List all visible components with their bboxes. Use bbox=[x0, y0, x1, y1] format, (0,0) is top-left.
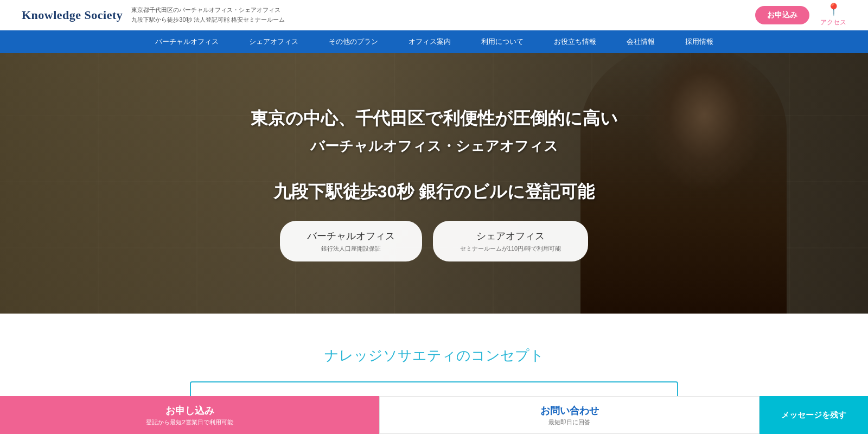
hero-title-sub: バーチャルオフィス・シェアオフィス bbox=[251, 136, 618, 157]
bottom-contact-sub: 最短即日に回答 bbox=[548, 418, 590, 426]
bottom-bar: お申し込み 登記から最短2営業日で利用可能 お問い合わせ 最短即日に回答 メッセ… bbox=[0, 396, 868, 434]
logo[interactable]: Knowledge Society bbox=[22, 8, 123, 22]
bottom-message-button[interactable]: メッセージを残す bbox=[760, 396, 868, 434]
site-header: Knowledge Society 東京都千代田区のバーチャルオフィス・シェアオ… bbox=[0, 0, 868, 30]
hero-btn2-sub: セミナールームが110円/時で利用可能 bbox=[460, 245, 561, 253]
hero-title-extra: 九段下駅徒歩30秒 銀行のビルに登記可能 bbox=[251, 178, 618, 205]
hero-share-office-button[interactable]: シェアオフィス セミナールームが110円/時で利用可能 bbox=[433, 221, 588, 261]
bottom-message-label: メッセージを残す bbox=[781, 410, 846, 420]
nav-company[interactable]: 会社情報 bbox=[611, 30, 670, 53]
hero-title-main: 東京の中心、千代田区で利便性が圧倒的に高い bbox=[251, 105, 618, 131]
access-button[interactable]: 📍 アクセス bbox=[820, 3, 846, 27]
bottom-apply-button[interactable]: お申し込み 登記から最短2営業日で利用可能 bbox=[0, 396, 379, 434]
nav-other-plans[interactable]: その他のプラン bbox=[314, 30, 393, 53]
hero-btn1-title: バーチャルオフィス bbox=[307, 229, 395, 242]
header-left: Knowledge Society 東京都千代田区のバーチャルオフィス・シェアオ… bbox=[22, 5, 285, 24]
pin-icon: 📍 bbox=[826, 3, 841, 17]
hero-virtual-office-button[interactable]: バーチャルオフィス 銀行法人口座開設保証 bbox=[280, 221, 422, 261]
hero-btn2-title: シェアオフィス bbox=[460, 229, 561, 242]
concept-title: ナレッジソサエティのコンセプト bbox=[22, 346, 846, 365]
tagline-line2: 九段下駅から徒歩30秒 法人登記可能 格安セミナールーム bbox=[131, 15, 284, 25]
hero-buttons: バーチャルオフィス 銀行法人口座開設保証 シェアオフィス セミナールームが110… bbox=[251, 221, 618, 261]
tagline-line1: 東京都千代田区のバーチャルオフィス・シェアオフィス bbox=[131, 5, 284, 15]
nav-virtual-office[interactable]: バーチャルオフィス bbox=[140, 30, 234, 53]
nav-useful-info[interactable]: お役立ち情報 bbox=[539, 30, 611, 53]
access-label: アクセス bbox=[820, 18, 846, 27]
hero-btn1-sub: 銀行法人口座開設保証 bbox=[307, 245, 395, 253]
nav-usage[interactable]: 利用について bbox=[466, 30, 539, 53]
hero-content: 東京の中心、千代田区で利便性が圧倒的に高い バーチャルオフィス・シェアオフィス … bbox=[229, 105, 640, 261]
header-right: お申込み 📍 アクセス bbox=[755, 3, 846, 27]
bottom-contact-button[interactable]: お問い合わせ 最短即日に回答 bbox=[379, 396, 760, 434]
main-nav: バーチャルオフィス シェアオフィス その他のプラン オフィス案内 利用について … bbox=[0, 30, 868, 53]
nav-office-guide[interactable]: オフィス案内 bbox=[393, 30, 466, 53]
header-tagline: 東京都千代田区のバーチャルオフィス・シェアオフィス 九段下駅から徒歩30秒 法人… bbox=[131, 5, 284, 24]
header-apply-button[interactable]: お申込み bbox=[755, 6, 809, 24]
hero-section: 東京の中心、千代田区で利便性が圧倒的に高い バーチャルオフィス・シェアオフィス … bbox=[0, 53, 868, 314]
bottom-apply-sub: 登記から最短2営業日で利用可能 bbox=[146, 418, 233, 426]
nav-share-office[interactable]: シェアオフィス bbox=[234, 30, 314, 53]
bottom-apply-title: お申し込み bbox=[165, 404, 214, 417]
nav-recruitment[interactable]: 採用情報 bbox=[670, 30, 729, 53]
bottom-contact-title: お問い合わせ bbox=[540, 404, 599, 417]
